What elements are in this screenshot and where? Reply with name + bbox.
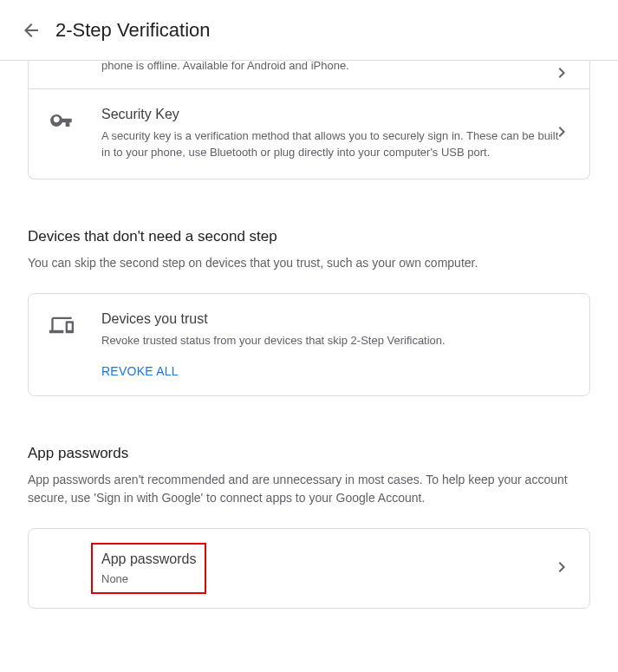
- devices-trust-card: Devices you trust Revoke trusted status …: [28, 293, 590, 397]
- authenticator-app-row[interactable]: phone is offline. Available for Android …: [29, 61, 589, 88]
- devices-section-desc: You can skip the second step on devices …: [28, 254, 590, 272]
- chevron-right-icon: [551, 121, 572, 146]
- devices-section-title: Devices that don't need a second step: [28, 228, 590, 245]
- app-passwords-row[interactable]: App passwords None: [29, 529, 589, 608]
- arrow-back-icon: [21, 20, 42, 41]
- security-key-row[interactable]: Security Key A security key is a verific…: [29, 88, 589, 179]
- highlight-annotation: App passwords None: [91, 543, 206, 594]
- devices-icon: [49, 311, 84, 337]
- revoke-all-button[interactable]: REVOKE ALL: [101, 364, 569, 378]
- second-step-methods-card: phone is offline. Available for Android …: [28, 61, 590, 179]
- key-icon: [49, 107, 84, 133]
- app-passwords-count: None: [101, 572, 196, 585]
- app-passwords-card: App passwords None: [28, 528, 590, 609]
- app-passwords-section-title: App passwords: [28, 445, 590, 462]
- back-button[interactable]: [14, 13, 49, 48]
- security-key-title: Security Key: [101, 107, 569, 122]
- security-key-desc: A security key is a verification method …: [101, 127, 569, 161]
- authenticator-desc: phone is offline. Available for Android …: [101, 57, 569, 75]
- devices-trust-row: Devices you trust Revoke trusted status …: [29, 294, 589, 396]
- page-title: 2-Step Verification: [55, 19, 211, 42]
- chevron-right-icon: [551, 557, 572, 581]
- app-passwords-section-desc: App passwords aren't recommended and are…: [28, 471, 590, 507]
- devices-trust-desc: Revoke trusted status from your devices …: [101, 332, 569, 349]
- chevron-right-icon: [551, 62, 572, 87]
- authenticator-icon: [49, 61, 84, 62]
- devices-trust-title: Devices you trust: [101, 311, 569, 327]
- page-header: 2-Step Verification: [0, 0, 618, 61]
- app-passwords-title: App passwords: [101, 551, 196, 567]
